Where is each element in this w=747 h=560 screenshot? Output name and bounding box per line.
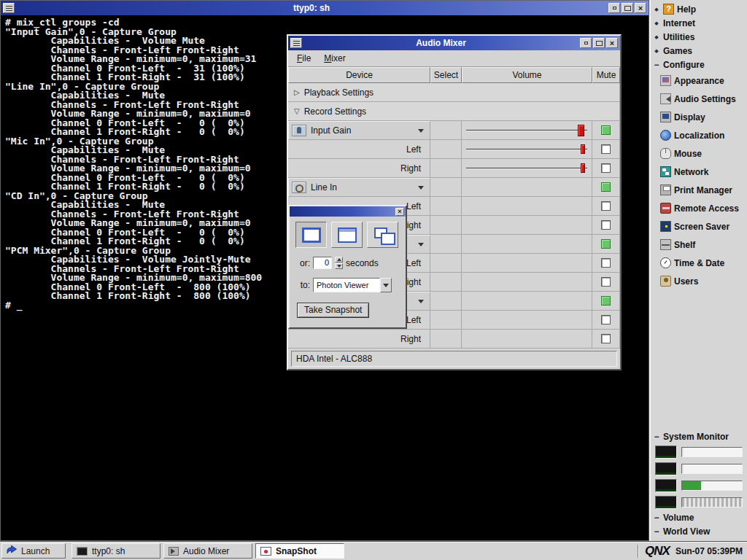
select-cell[interactable] [430, 140, 462, 159]
select-cell[interactable] [430, 292, 462, 311]
mixer-titlebar[interactable]: Audio Mixer × [288, 36, 620, 50]
volume-cell[interactable] [462, 178, 592, 197]
collapse-icon[interactable] [653, 513, 660, 523]
spin-down-button[interactable] [335, 263, 343, 269]
sidebar-item[interactable]: Utilities [649, 30, 747, 44]
capture-mode-button[interactable] [295, 222, 327, 248]
select-cell[interactable] [430, 178, 462, 197]
mute-checkbox[interactable] [601, 334, 611, 343]
expand-toggle-icon[interactable] [653, 34, 660, 40]
select-cell[interactable] [430, 273, 462, 292]
sidebar-item[interactable]: Appearance [649, 71, 747, 90]
device-cell[interactable]: Right [288, 330, 430, 349]
taskbar-task[interactable]: SnapShot [255, 543, 344, 559]
slider-handle[interactable] [581, 163, 585, 173]
volume-cell[interactable] [462, 311, 592, 330]
viewer-select[interactable]: Photon Viewer [313, 278, 392, 292]
dropdown-arrow-icon[interactable] [418, 129, 424, 136]
window-menu-button[interactable] [290, 38, 302, 48]
launch-button[interactable]: Launch [1, 543, 66, 559]
sidebar-item[interactable]: Audio Settings [649, 90, 747, 108]
close-button[interactable]: × [635, 3, 646, 13]
sidebar-item-world-view[interactable]: World View [649, 524, 747, 538]
volume-cell[interactable] [462, 273, 592, 292]
sidebar-item[interactable]: Mouse [649, 144, 747, 163]
close-button[interactable]: × [606, 38, 618, 48]
mute-checkbox[interactable] [601, 239, 611, 249]
mute-checkbox[interactable] [601, 182, 611, 192]
viewer-value[interactable]: Photon Viewer [313, 278, 380, 292]
collapse-icon[interactable] [653, 526, 660, 537]
slider-handle[interactable] [581, 144, 585, 154]
mute-checkbox[interactable] [601, 163, 611, 173]
capture-mode-button[interactable] [331, 222, 363, 248]
taskbar-task[interactable]: ttyp0: sh [71, 543, 160, 559]
expand-toggle-icon[interactable] [653, 48, 660, 54]
sidebar-item[interactable]: Users [649, 272, 747, 290]
maximize-button[interactable] [593, 38, 605, 48]
mute-checkbox[interactable] [601, 277, 611, 287]
spin-up-button[interactable] [335, 257, 343, 262]
sidebar-item[interactable]: Games [649, 44, 747, 58]
device-cell[interactable]: Left [288, 140, 430, 159]
column-header[interactable]: Mute [592, 67, 620, 83]
column-header[interactable]: Select [430, 67, 462, 83]
maximize-button[interactable] [622, 3, 633, 13]
sidebar-item-system-monitor[interactable]: System Monitor [649, 429, 747, 443]
select-cell[interactable] [430, 216, 462, 235]
mute-checkbox[interactable] [601, 315, 611, 324]
dropdown-arrow-icon[interactable] [418, 186, 424, 192]
expand-arrow-icon[interactable] [294, 88, 300, 96]
column-header[interactable]: Device [288, 67, 430, 83]
volume-cell[interactable] [462, 140, 592, 159]
mute-checkbox[interactable] [601, 220, 611, 230]
sidebar-item[interactable]: Time & Date [649, 254, 747, 272]
sidebar-item[interactable]: Screen Saver [649, 217, 747, 236]
sidebar-item[interactable]: Internet [649, 16, 747, 30]
column-header[interactable]: Volume [462, 67, 592, 83]
mute-checkbox[interactable] [601, 296, 611, 306]
sidebar-item[interactable]: Help [649, 2, 747, 16]
take-snapshot-button[interactable]: Take Snapshot [297, 303, 369, 318]
dropdown-arrow-icon[interactable] [418, 243, 424, 249]
sidebar-item[interactable]: Network [649, 163, 747, 181]
menu-item[interactable]: File [297, 53, 311, 63]
mute-checkbox[interactable] [601, 201, 611, 211]
delay-seconds-input[interactable]: 0 [313, 257, 332, 269]
device-cell[interactable]: Right [288, 159, 430, 178]
volume-cell[interactable] [462, 121, 592, 140]
sidebar-item[interactable]: Shelf [649, 236, 747, 254]
volume-cell[interactable] [462, 254, 592, 273]
expand-toggle-icon[interactable] [653, 7, 660, 12]
sidebar-item[interactable]: Print Manager [649, 181, 747, 199]
snapshot-titlebar[interactable]: × [290, 206, 406, 217]
volume-cell[interactable] [462, 292, 592, 311]
volume-cell[interactable] [462, 235, 592, 254]
expand-toggle-icon[interactable] [653, 20, 660, 26]
taskbar-task[interactable]: Audio Mixer [163, 543, 252, 559]
mute-checkbox[interactable] [601, 125, 611, 135]
slider-handle[interactable] [578, 125, 584, 136]
sidebar-item[interactable]: Remote Access [649, 199, 747, 217]
mute-checkbox[interactable] [601, 144, 611, 154]
device-cell[interactable]: Line In [288, 178, 430, 197]
close-button[interactable]: × [395, 208, 404, 216]
volume-slider[interactable] [466, 159, 587, 177]
select-cell[interactable] [430, 235, 462, 254]
volume-cell[interactable] [462, 197, 592, 216]
device-cell[interactable]: Input Gain [288, 121, 430, 140]
select-cell[interactable] [430, 197, 462, 216]
capture-mode-button[interactable] [367, 222, 398, 248]
expand-toggle-icon[interactable] [653, 60, 660, 70]
minimize-button[interactable] [580, 38, 592, 48]
select-cell[interactable] [430, 121, 462, 140]
combo-dropdown-button[interactable] [380, 278, 392, 292]
volume-cell[interactable] [462, 159, 592, 178]
device-cell[interactable]: Record Settings [288, 102, 620, 121]
minimize-button[interactable] [608, 3, 620, 13]
volume-slider[interactable] [466, 140, 587, 158]
menu-item[interactable]: Mixer [324, 53, 345, 63]
expand-arrow-icon[interactable] [294, 107, 300, 115]
dropdown-arrow-icon[interactable] [418, 300, 424, 306]
volume-cell[interactable] [462, 330, 592, 349]
